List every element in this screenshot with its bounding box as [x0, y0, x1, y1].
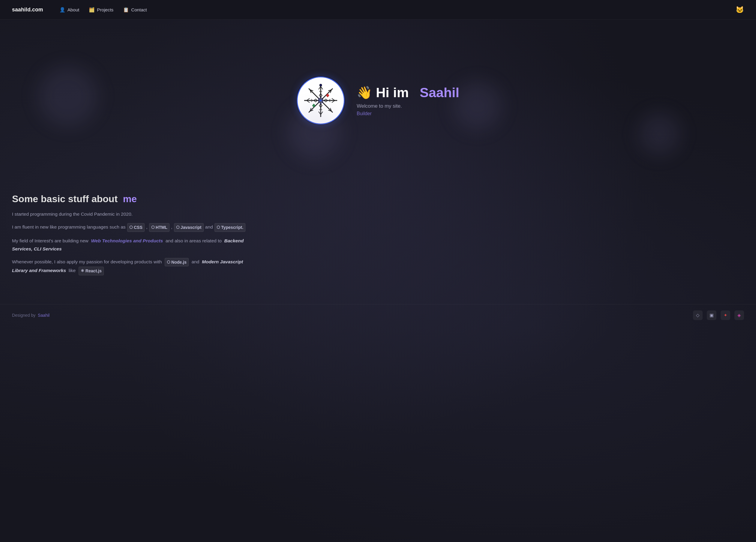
js-badge: ⬡ Javascript: [174, 223, 204, 232]
footer-icon-3[interactable]: ✦: [721, 310, 730, 320]
nav-link-about[interactable]: 👤 About: [55, 5, 84, 14]
react-icon: ⚛: [81, 268, 84, 274]
wave-emoji: 👋: [357, 85, 372, 100]
hero-greeting: 👋 Hi im Saahil: [357, 85, 459, 100]
hero-name: Saahil: [420, 85, 459, 100]
css-badge: ⬡ CSS: [127, 223, 145, 232]
svg-point-28: [319, 99, 322, 102]
about-icon: 👤: [59, 7, 65, 13]
nav-about-label: About: [67, 7, 79, 12]
hero-section: 👋 Hi im Saahil Welcome to my site. Build…: [0, 19, 756, 175]
nav-logo[interactable]: saahild.com: [12, 7, 43, 13]
avatar: [297, 76, 345, 124]
hero-subtitle: Welcome to my site.: [357, 103, 459, 109]
js-icon: ⬡: [176, 224, 179, 231]
react-badge: ⚛ React.js: [79, 267, 104, 275]
blob-1: [38, 66, 98, 126]
blob-4: [638, 113, 680, 155]
nav-github[interactable]: 🐱: [736, 6, 744, 14]
nodejs-label: Node.js: [171, 259, 187, 266]
about-intro: I started programming during the Covid P…: [12, 210, 258, 218]
footer-icons: ◇ ▣ ✦ ◈: [693, 310, 744, 320]
blob-3: [454, 82, 502, 130]
designed-by-label: Designed by: [12, 313, 35, 318]
about-line2: My field of Interest's are building new …: [12, 237, 258, 253]
hero-inner: 👋 Hi im Saahil Welcome to my site. Build…: [297, 76, 459, 124]
title-prefix: Some basic stuff about: [12, 193, 118, 204]
footer-author[interactable]: Saahil: [38, 313, 49, 318]
css-icon: ⬡: [129, 224, 133, 231]
line2-middle: and also in areas related to: [166, 238, 222, 243]
title-highlight: me: [123, 193, 137, 204]
nodejs-badge: ⬡ Node.js: [165, 258, 189, 267]
nav-projects-label: Projects: [97, 7, 113, 12]
svg-point-26: [319, 84, 322, 86]
html-badge: ⬡ HTML: [149, 223, 169, 232]
snowflake-svg: [301, 81, 340, 120]
footer-icon-2[interactable]: ▣: [707, 310, 716, 320]
projects-icon: 🗂️: [89, 7, 95, 13]
nav-links: 👤 About 🗂️ Projects 📋 Contact: [55, 5, 151, 14]
line2-highlight1: Web Technologies and Products: [91, 238, 163, 243]
ts-badge: ⬡ Typescript.: [215, 223, 245, 232]
contact-icon: 📋: [123, 7, 129, 13]
react-label: React.js: [85, 267, 102, 275]
line3-prefix: Whenever possible, I also apply my passi…: [12, 259, 162, 264]
nav-link-contact[interactable]: 📋 Contact: [119, 5, 151, 14]
html-icon: ⬡: [151, 224, 155, 231]
footer-icon-1[interactable]: ◇: [693, 310, 703, 320]
line1-prefix: I am fluent in new like programming lang…: [12, 224, 126, 229]
line3-suffix-prefix: like: [69, 268, 76, 273]
about-line1: I am fluent in new like programming lang…: [12, 223, 258, 232]
about-section: Some basic stuff about me I started prog…: [0, 175, 270, 304]
hero-text: 👋 Hi im Saahil Welcome to my site. Build…: [357, 85, 459, 116]
line3-middle: and: [191, 259, 199, 264]
github-icon: 🐱: [736, 6, 744, 13]
nav-link-projects[interactable]: 🗂️ Projects: [85, 5, 118, 14]
footer-credit: Designed by Saahil: [12, 313, 49, 318]
greeting-prefix: Hi im: [376, 85, 409, 100]
line2-prefix: My field of Interest's are building new: [12, 238, 89, 243]
nav-contact-label: Contact: [131, 7, 147, 12]
about-line3: Whenever possible, I also apply my passi…: [12, 258, 258, 275]
footer: Designed by Saahil ◇ ▣ ✦ ◈: [0, 304, 756, 326]
hero-role: Builder: [357, 111, 459, 116]
section-title: Some basic stuff about me: [12, 193, 258, 205]
ts-icon: ⬡: [217, 224, 220, 231]
nodejs-icon: ⬡: [167, 259, 170, 265]
navbar: saahild.com 👤 About 🗂️ Projects 📋 Contac…: [0, 0, 756, 19]
footer-icon-4[interactable]: ◈: [734, 310, 744, 320]
